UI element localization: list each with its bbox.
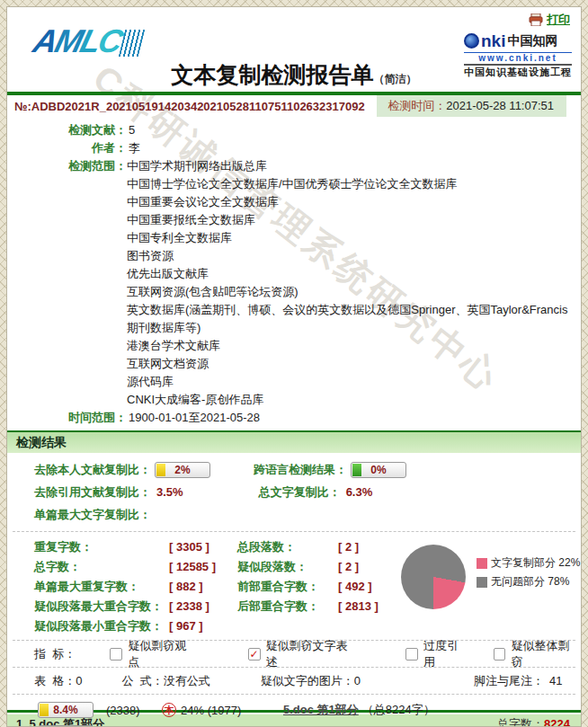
cnki-chinese-name: 中国知网 xyxy=(507,33,557,49)
scope-item: 优先出版文献库 xyxy=(127,265,581,283)
stat-value: [ 2 ] xyxy=(338,557,401,577)
stat-label: 总段落数： xyxy=(237,537,338,557)
header: 打印 AMLC nki 中国知网 www.cnki.net 中国知识基础设施工程… xyxy=(7,7,581,92)
badge-bar-icon xyxy=(40,704,49,716)
legend-copy-label: 文字复制部分 22% xyxy=(491,554,580,572)
stat-value: [ 3305 ] xyxy=(169,537,237,557)
dashed-divider xyxy=(13,531,575,532)
indicators-row: 指 标： 疑似剽窃观点 ✓ 疑似剽窃文字表述 过度引用 疑似整体剽窃 xyxy=(7,643,581,665)
results-section: 去除本人文献复制比： 2% 跨语言检测结果： 0% 去除引用文献复制比： 3.5… xyxy=(7,453,581,529)
cross-lang-badge: 0% xyxy=(351,462,406,478)
badge-bar-icon xyxy=(352,464,361,476)
scope-item: 中国专利全文数据库 xyxy=(127,229,581,247)
checkbox-over-quote-label: 过度引用 xyxy=(423,638,470,670)
part-self-ratio: 24% (1977) xyxy=(181,704,260,717)
detect-time-label: 检测时间： xyxy=(388,99,446,112)
pie-chart xyxy=(401,545,466,609)
stat-label: 总字数： xyxy=(34,557,169,577)
scope-item: 英文数据库(涵盖期刊、博硕、会议的英文数据以及德国Springer、英国Tayl… xyxy=(127,301,581,337)
table-label: 表 格： xyxy=(34,673,76,689)
scope-item: 中国博士学位论文全文数据库/中国优秀硕士学位论文全文数据库 xyxy=(127,175,581,193)
scope-item: 中国重要会议论文全文数据库 xyxy=(127,193,581,211)
scope-item: 互联网文档资源 xyxy=(127,355,581,373)
stat-value: [ 2 ] xyxy=(338,537,401,557)
checkbox-text-plagiarism-label: 疑似剽窃文字表述 xyxy=(266,638,359,670)
time-range-value: 1900-01-01至2021-05-28 xyxy=(127,409,260,427)
scope-label: 检测范围： xyxy=(7,157,127,409)
stat-label: 单篇最大重复字数： xyxy=(34,577,169,597)
report-number: №:ADBD2021R_2021051914203420210528110751… xyxy=(14,100,365,113)
part-row: 2.2% (967) 本 18% (787) 5.doc 第2部分 （总4361… xyxy=(34,722,581,727)
self-doc-icon: 本 xyxy=(162,703,176,717)
formula-value: 没有公式 xyxy=(164,673,210,689)
quote-excluded-label: 去除引用文献复制比： xyxy=(34,484,151,501)
scope-item: 源代码库 xyxy=(127,373,581,391)
stat-value: [ 2813 ] xyxy=(338,597,401,616)
cross-lang-label: 跨语言检测结果： xyxy=(254,462,347,478)
scope-item: 港澳台学术文献库 xyxy=(127,337,581,355)
extras-row: 表 格： 0 公 式： 没有公式 疑似文字的图片： 0 脚注与尾注： 41 xyxy=(7,669,581,692)
amlc-stripes-icon xyxy=(119,30,145,57)
scope-item: CNKI大成编客-原创作品库 xyxy=(127,391,581,409)
footnote-label: 脚注与尾注： xyxy=(474,673,544,689)
part-total-words: （总8224字） xyxy=(362,702,435,718)
checkbox-over-quote[interactable] xyxy=(405,648,418,661)
footnote-value: 41 xyxy=(549,674,562,687)
doc-label: 检测文献： xyxy=(7,121,127,139)
scope-item: 互联网资源(包含贴吧等论坛资源) xyxy=(127,283,581,301)
doc-value: 5 xyxy=(127,121,135,139)
quote-excluded-value: 3.5% xyxy=(156,485,183,499)
stat-value: [ 12585 ] xyxy=(169,557,237,577)
indicators-label: 指 标： xyxy=(34,646,76,662)
stats-section: 重复字数： [ 3305 ] 总段落数： [ 2 ] 总字数： [ 12585 … xyxy=(7,534,581,638)
parts-list: 8.4% (2338) 本 24% (1977) 5.doc 第1部分 （总82… xyxy=(7,696,581,727)
stat-value: [ 882 ] xyxy=(169,577,237,597)
report-page: C科研诚信管理系统研究中心 打印 AMLC nki 中国知网 xyxy=(6,6,582,727)
pie-legend: 文字复制部分 22% 无问题部分 78% xyxy=(477,545,580,636)
checkbox-whole-plagiarism-label: 疑似整体剽窃 xyxy=(511,638,581,670)
checkbox-whole-plagiarism[interactable] xyxy=(494,648,506,661)
part-ratio-badge: 8.4% xyxy=(38,702,94,718)
scope-item: 中国重要报纸全文数据库 xyxy=(127,211,581,229)
stat-value: [ 967 ] xyxy=(169,616,237,636)
time-range-label: 时间范围： xyxy=(7,409,127,427)
stat-value: [ 492 ] xyxy=(338,577,401,597)
image-value: 0 xyxy=(354,674,361,687)
total-ratio-value: 6.3% xyxy=(346,485,373,499)
stat-label: 前部重合字数： xyxy=(237,577,338,597)
author-value: 李 xyxy=(127,139,140,157)
legend-ok-label: 无问题部分 78% xyxy=(491,572,569,591)
scope-item: 中国学术期刊网络出版总库 xyxy=(127,157,581,175)
print-button[interactable]: 打印 xyxy=(529,12,570,28)
total-ratio-label: 总文字复制比： xyxy=(259,484,341,501)
print-label: 打印 xyxy=(547,12,570,28)
stat-label: 疑似段落数： xyxy=(237,557,338,577)
stat-label: 重复字数： xyxy=(34,537,169,557)
single-max-label: 单篇最大文字复制比： xyxy=(34,507,151,523)
checkbox-viewpoint[interactable] xyxy=(110,648,122,661)
stats-grid: 重复字数： [ 3305 ] 总段落数： [ 2 ] 总字数： [ 12585 … xyxy=(34,537,401,636)
self-excluded-badge: 2% xyxy=(155,462,210,478)
author-label: 作者： xyxy=(7,139,127,157)
legend-swatch-copy-icon xyxy=(477,558,487,569)
cnki-letters: nki xyxy=(481,31,505,52)
stat-label: 疑似段落最小重合字数： xyxy=(34,616,169,636)
stat-label: 后部重合字数： xyxy=(237,597,338,616)
printer-icon xyxy=(529,13,543,26)
scope-item: 图书资源 xyxy=(127,247,581,265)
stat-value: [ 2338 ] xyxy=(169,597,237,616)
checkbox-text-plagiarism[interactable]: ✓ xyxy=(248,648,261,661)
report-number-bar: №:ADBD2021R_2021051914203420210528110751… xyxy=(7,95,581,117)
detect-time-value: 2021-05-28 11:07:51 xyxy=(446,99,554,112)
page-title: 文本复制检测报告单 xyxy=(172,62,374,87)
results-section-header: 检测结果 xyxy=(7,432,581,453)
self-excluded-label: 去除本人文献复制比： xyxy=(34,462,151,478)
badge-bar-icon xyxy=(156,464,165,476)
pie-chart-block: 文字复制部分 22% 无问题部分 78% xyxy=(401,537,580,636)
amlc-logo: AMLC xyxy=(31,25,147,58)
detect-time-box: 检测时间：2021-05-28 11:07:51 xyxy=(377,95,566,117)
checkbox-viewpoint-label: 疑似剽窃观点 xyxy=(128,638,198,670)
globe-icon xyxy=(464,33,479,49)
legend-swatch-ok-icon xyxy=(477,577,487,588)
part-link[interactable]: 5.doc 第1部分 xyxy=(283,702,359,718)
